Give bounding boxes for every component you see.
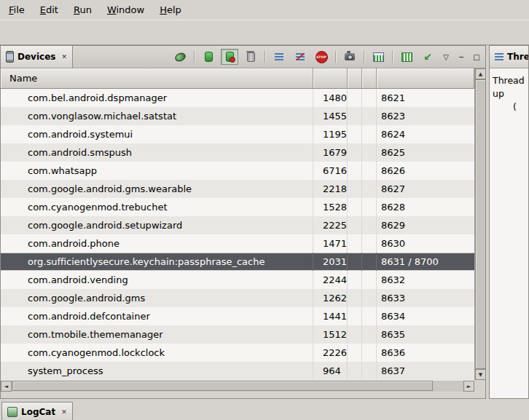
table-row[interactable]: com.cyanogenmod.lockclock 22265 8636 xyxy=(1,344,474,362)
devices-tabbar: Devices ✕ STOP ↙ ▽ xyxy=(1,46,485,68)
column-header-port[interactable] xyxy=(377,68,474,89)
process-port: 8635 xyxy=(377,325,474,344)
process-name: com.bel.android.dspmanager xyxy=(1,89,313,107)
dump-hprof-icon[interactable] xyxy=(221,49,238,65)
process-col-a xyxy=(348,125,362,143)
process-pid: 6716 xyxy=(313,162,348,180)
table-row[interactable]: com.google.android.setupwizard 22250 862… xyxy=(1,216,474,234)
vertical-scrollbar[interactable]: ▲ ▼ xyxy=(474,68,485,380)
table-row[interactable]: com.android.vending 22440 8632 xyxy=(1,271,474,289)
horizontal-scrollbar[interactable]: ◄ ► xyxy=(1,380,474,392)
table-header-row: Name xyxy=(1,68,474,89)
process-name: com.android.phone xyxy=(1,234,313,253)
update-threads-icon[interactable] xyxy=(270,49,288,65)
process-port: 8631 / 8700 xyxy=(377,253,474,271)
toolbar-separator xyxy=(194,51,195,63)
logcat-icon xyxy=(7,407,17,417)
process-col-b xyxy=(362,107,377,125)
menu-edit[interactable]: Edit xyxy=(38,4,60,16)
horizontal-scroll-track[interactable] xyxy=(12,381,463,392)
system-report-icon[interactable] xyxy=(369,49,387,65)
process-col-a xyxy=(348,89,362,107)
tab-threads[interactable]: Threads xyxy=(490,46,529,68)
scroll-right-icon[interactable]: ► xyxy=(463,381,474,392)
update-heap-icon[interactable] xyxy=(200,49,217,65)
process-col-b xyxy=(362,307,377,325)
table-row[interactable]: system_process 964 8637 xyxy=(1,362,474,380)
maximize-icon[interactable]: □ xyxy=(471,51,482,63)
process-col-b xyxy=(362,125,377,143)
devices-tab-label: Devices xyxy=(17,52,55,62)
process-col-b xyxy=(362,325,377,344)
refresh-views-icon[interactable]: ↙ xyxy=(419,49,436,65)
capture-view-hierarchy-icon[interactable] xyxy=(398,49,415,65)
toolbar-separator xyxy=(335,51,336,63)
tab-logcat[interactable]: LogCat ✕ xyxy=(1,402,73,420)
table-row[interactable]: com.android.smspush 1679 8625 xyxy=(1,143,474,162)
table-row[interactable]: com.bel.android.dspmanager 1480 8621 xyxy=(1,89,474,107)
process-col-b xyxy=(362,180,377,198)
threads-message: Thread up ( xyxy=(490,68,528,398)
process-pid: 22250 xyxy=(313,216,348,234)
process-col-b xyxy=(362,89,377,107)
table-row[interactable]: com.whatsapp 6716 8626 xyxy=(1,162,474,180)
process-name: com.google.android.gms xyxy=(1,289,313,307)
process-pid: 1679 xyxy=(313,143,348,162)
process-pid: 1528 xyxy=(313,198,348,216)
process-col-b xyxy=(362,253,377,271)
table-row[interactable]: com.cyanogenmod.trebuchet 1528 8628 xyxy=(1,198,474,216)
process-col-b xyxy=(362,143,377,162)
debug-process-icon[interactable] xyxy=(171,49,189,65)
scroll-left-icon[interactable]: ◄ xyxy=(1,381,12,392)
menu-help[interactable]: Help xyxy=(157,4,184,16)
column-header-name[interactable]: Name xyxy=(1,68,313,89)
scroll-down-icon[interactable]: ▼ xyxy=(475,369,485,380)
menu-window[interactable]: Window xyxy=(105,4,146,16)
process-col-a xyxy=(348,107,362,125)
process-port: 8623 xyxy=(377,107,474,125)
stop-process-icon[interactable]: STOP xyxy=(313,49,330,65)
close-icon[interactable]: ✕ xyxy=(61,408,67,416)
process-port: 8627 xyxy=(377,180,474,198)
threads-icon xyxy=(495,53,503,60)
vertical-scroll-track[interactable] xyxy=(475,79,485,369)
horizontal-scroll-thumb[interactable] xyxy=(12,381,433,391)
menu-run[interactable]: Run xyxy=(71,4,94,16)
table-row[interactable]: com.tmobile.thememanager 1512 8635 xyxy=(1,325,474,344)
process-col-a xyxy=(348,180,362,198)
process-port: 8632 xyxy=(377,271,474,289)
stop-method-profiling-icon[interactable] xyxy=(291,49,309,65)
process-name: com.android.vending xyxy=(1,271,313,289)
scroll-up-icon[interactable]: ▲ xyxy=(475,68,485,79)
tab-devices[interactable]: Devices ✕ xyxy=(1,46,73,68)
device-icon xyxy=(6,51,14,63)
table-row[interactable]: com.android.systemui 1195 8624 xyxy=(1,125,474,143)
process-col-b xyxy=(362,234,377,253)
process-col-b xyxy=(362,344,377,362)
table-row[interactable]: com.vonglasow.michael.satstat 14553 8623 xyxy=(1,107,474,125)
cause-gc-icon[interactable] xyxy=(242,49,259,65)
process-col-b xyxy=(362,198,377,216)
devices-toolbar: STOP ↙ ▽ ─ □ xyxy=(171,46,485,68)
threads-tab-label: Threads xyxy=(507,52,529,62)
process-port: 8630 xyxy=(377,234,474,253)
process-col-a xyxy=(348,362,362,380)
table-row[interactable]: com.google.android.gms 12623 8633 xyxy=(1,289,474,307)
vertical-scroll-thumb[interactable] xyxy=(475,79,485,369)
table-row[interactable]: org.sufficientlysecure.keychain:passphra… xyxy=(1,253,474,271)
process-col-b xyxy=(362,362,377,380)
column-header-a[interactable] xyxy=(348,68,362,89)
menu-bar: File Edit Run Window Help xyxy=(0,0,529,20)
process-col-a xyxy=(348,253,362,271)
table-row[interactable]: com.android.phone 1471 8630 xyxy=(1,234,474,253)
process-port: 8637 xyxy=(377,362,474,380)
close-icon[interactable]: ✕ xyxy=(61,53,67,60)
table-row[interactable]: com.android.defcontainer 14411 8634 xyxy=(1,307,474,325)
minimize-icon[interactable]: ─ xyxy=(455,51,467,63)
column-header-pid[interactable] xyxy=(313,68,348,89)
screen-capture-icon[interactable] xyxy=(341,49,358,65)
table-row[interactable]: com.google.android.gms.wearable 22185 86… xyxy=(1,180,474,198)
menu-file[interactable]: File xyxy=(7,4,27,16)
column-header-b[interactable] xyxy=(362,68,377,89)
view-menu-icon[interactable]: ▽ xyxy=(440,51,452,63)
